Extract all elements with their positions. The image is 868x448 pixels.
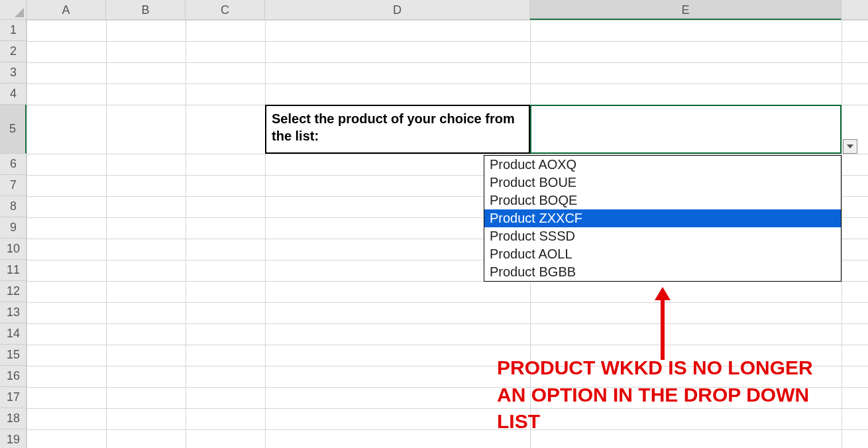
row-header-4[interactable]: 4 (0, 84, 27, 105)
dropdown-option[interactable]: Product ZXXCF (484, 209, 841, 227)
row-header-6[interactable]: 6 (0, 154, 27, 175)
column-header-D[interactable]: D (265, 0, 530, 20)
dropdown-option[interactable]: Product AOXQ (484, 156, 841, 174)
row-header-13[interactable]: 13 (0, 302, 27, 323)
gridline-horizontal (27, 20, 868, 21)
chevron-down-icon (847, 144, 853, 148)
dropdown-option[interactable]: Product SSSD (484, 227, 841, 245)
dropdown-option[interactable]: Product BOQE (484, 192, 841, 209)
column-header-A[interactable]: A (27, 0, 106, 20)
gridline-horizontal (27, 323, 868, 324)
dropdown-option[interactable]: Product BGBB (484, 263, 841, 281)
row-header-7[interactable]: 7 (0, 175, 27, 196)
row-header-3[interactable]: 3 (0, 62, 27, 84)
row-header-9[interactable]: 9 (0, 217, 27, 239)
dropdown-list[interactable]: Product AOXQProduct BOUEProduct BOQEProd… (484, 155, 841, 282)
row-header-19[interactable]: 19 (0, 429, 27, 448)
row-header-5[interactable]: 5 (0, 105, 27, 154)
dropdown-option[interactable]: Product BOUE (484, 174, 841, 192)
select-all-corner[interactable] (0, 0, 27, 20)
gridline-horizontal (27, 345, 868, 345)
dropdown-button[interactable] (843, 139, 857, 154)
row-headers: 12345678910111213141516171819 (0, 20, 27, 448)
row-header-18[interactable]: 18 (0, 408, 27, 429)
row-header-15[interactable]: 15 (0, 345, 27, 366)
gridline-horizontal (27, 41, 868, 42)
gridline-horizontal (27, 302, 868, 303)
column-header-C[interactable]: C (186, 0, 265, 20)
row-header-2[interactable]: 2 (0, 41, 27, 62)
cell-D5-text: Select the product of your choice from t… (272, 111, 515, 143)
gridline-horizontal (27, 154, 868, 154)
gridline-horizontal (27, 62, 868, 63)
column-header-E[interactable]: E (530, 0, 841, 20)
row-header-16[interactable]: 16 (0, 366, 27, 387)
column-headers: ABCDE (27, 0, 868, 20)
column-header-B[interactable]: B (106, 0, 186, 20)
dropdown-option[interactable]: Product AOLL (484, 245, 841, 263)
row-header-11[interactable]: 11 (0, 260, 27, 281)
row-header-1[interactable]: 1 (0, 20, 27, 41)
gridline-horizontal (27, 84, 868, 84)
row-header-10[interactable]: 10 (0, 239, 27, 260)
row-header-17[interactable]: 17 (0, 387, 27, 408)
annotation-text: PRODUCT WKKD IS NO LONGER AN OPTION IN T… (497, 355, 841, 435)
select-all-triangle-icon (15, 8, 24, 17)
row-header-14[interactable]: 14 (0, 323, 27, 345)
row-header-12[interactable]: 12 (0, 281, 27, 302)
cell-D5-label: Select the product of your choice from t… (265, 105, 530, 154)
annotation-arrow-icon (649, 287, 676, 360)
cell-E5-selected[interactable] (530, 105, 841, 154)
row-header-8[interactable]: 8 (0, 196, 27, 217)
svg-marker-1 (655, 287, 671, 300)
